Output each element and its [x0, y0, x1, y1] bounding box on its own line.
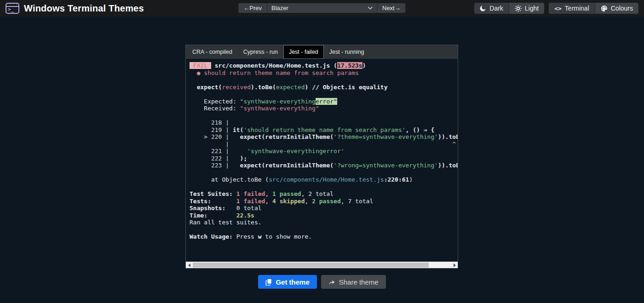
- get-theme-button[interactable]: Get theme: [258, 275, 316, 289]
- colours-view-button[interactable]: Colours: [595, 3, 638, 14]
- terminal-line: [190, 183, 458, 191]
- terminal-line: Expected: "synthwave-everythingerror": [190, 98, 458, 105]
- terminal-line: [190, 226, 458, 234]
- tab-jest-failed[interactable]: Jest - failed: [283, 45, 324, 59]
- terminal-line: Received: "synthwave-everything": [190, 105, 458, 112]
- terminal-line: 219 | it('should return theme name from …: [190, 126, 458, 134]
- terminal-line: at Object.toBe (src/components/Home/Home…: [190, 176, 458, 183]
- terminal-line: 223 | expect(returnInitialTheme('?wrong=…: [190, 162, 458, 169]
- share-theme-label: Share theme: [339, 278, 379, 286]
- theme-actions: Get theme Share theme: [0, 275, 644, 289]
- header-toggles: Dark Light <> Terminal: [474, 3, 638, 14]
- colours-label: Colours: [611, 5, 633, 12]
- palette-icon: [601, 5, 608, 12]
- terminal-logo-icon: [6, 3, 19, 14]
- brand: Windows Terminal Themes: [6, 3, 144, 14]
- scroll-left-arrow[interactable]: [186, 262, 192, 268]
- code-brackets-icon: <>: [554, 5, 562, 12]
- terminal-view-button[interactable]: <> Terminal: [549, 3, 595, 14]
- terminal-line: 221 | 'synthwave-everythingerror': [190, 148, 458, 155]
- tab-cypress-run[interactable]: Cypress - run: [238, 45, 283, 59]
- terminal-line: ● should return theme name from search p…: [190, 69, 458, 77]
- terminal-output: FAIL src/components/Home/Home.test.js (1…: [186, 59, 458, 261]
- terminal-line: Test Suites: 1 failed, 1 passed, 2 total: [190, 190, 458, 198]
- terminal-line: [190, 169, 458, 177]
- prev-theme-button[interactable]: ←Prev: [238, 3, 267, 13]
- terminal-line: Time: 22.5s: [190, 212, 458, 219]
- terminal-line: [190, 91, 458, 98]
- light-mode-button[interactable]: Light: [509, 3, 544, 14]
- terminal-line: > 220 | expect(returnInitialTheme('?them…: [190, 133, 458, 141]
- terminal-line: 222 | );: [190, 155, 458, 162]
- dark-label: Dark: [489, 5, 503, 12]
- theme-navigator: ←Prev Blazer Next→: [238, 3, 405, 13]
- terminal-line: Watch Usage: Press w to show more.: [190, 233, 458, 240]
- dark-light-toggle: Dark Light: [474, 3, 544, 14]
- sun-icon: [515, 5, 522, 12]
- terminal-line: | ^: [190, 141, 458, 148]
- share-arrow-icon: [328, 279, 335, 285]
- terminal-line: 218 |: [190, 119, 458, 126]
- terminal-line: Tests: 1 failed, 4 skipped, 2 passed, 7 …: [190, 198, 458, 205]
- get-theme-label: Get theme: [276, 278, 309, 286]
- scroll-right-arrow[interactable]: [451, 262, 458, 268]
- light-label: Light: [525, 5, 539, 12]
- tab-jest-running[interactable]: Jest - running: [324, 45, 370, 59]
- terminal-line: [190, 76, 458, 84]
- terminal-line: Snapshots: 0 total: [190, 205, 458, 212]
- dark-mode-button[interactable]: Dark: [474, 3, 509, 14]
- moon-icon: [480, 5, 486, 11]
- terminal-line: [190, 112, 458, 120]
- horizontal-scrollbar[interactable]: [186, 262, 458, 268]
- theme-select[interactable]: Blazer: [267, 3, 377, 13]
- copy-icon: [265, 279, 272, 286]
- theme-select-value: Blazer: [271, 5, 288, 11]
- next-theme-button[interactable]: Next→: [377, 3, 406, 13]
- app-header: Windows Terminal Themes ←Prev Blazer Nex…: [0, 0, 644, 17]
- scrollbar-thumb[interactable]: [193, 263, 429, 268]
- terminal-line: expect(received).toBe(expected) // Objec…: [190, 84, 458, 91]
- chevron-down-icon: [368, 6, 373, 10]
- share-theme-button[interactable]: Share theme: [321, 275, 386, 289]
- view-toggle: <> Terminal Colours: [549, 3, 638, 14]
- tab-bar: CRA - compiledCypress - runJest - failed…: [186, 45, 458, 59]
- page-title: Windows Terminal Themes: [24, 3, 144, 14]
- tab-cra-compiled[interactable]: CRA - compiled: [187, 45, 238, 59]
- terminal-preview-window: CRA - compiledCypress - runJest - failed…: [185, 45, 458, 269]
- terminal-label: Terminal: [565, 5, 589, 12]
- terminal-line: Ran all test suites.: [190, 219, 458, 226]
- terminal-line: FAIL src/components/Home/Home.test.js (1…: [190, 62, 458, 69]
